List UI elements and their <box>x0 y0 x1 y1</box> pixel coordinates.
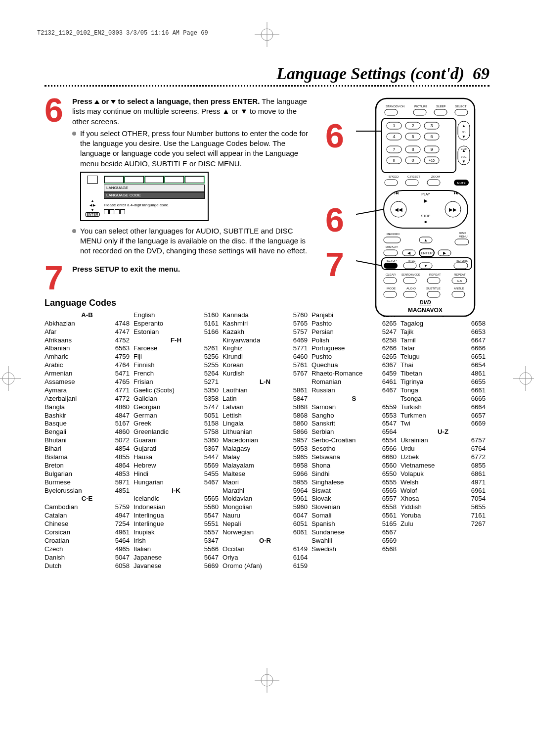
language-code: 5953 <box>291 445 308 453</box>
language-name: Galician <box>134 395 157 403</box>
code-entry: Kirghiz5771 <box>222 344 308 353</box>
language-code: 5760 <box>291 311 308 320</box>
code-entry: Catalan4947 <box>44 512 130 520</box>
language-name: Lithuanian <box>222 428 253 436</box>
osd-language-code-label: LANGUAGE CODE <box>104 192 205 199</box>
code-entry: Bihari4854 <box>44 445 130 453</box>
code-entry: Laothian5861 <box>222 386 308 395</box>
svg-text:+10: +10 <box>429 159 435 162</box>
language-name: Pushto <box>312 353 332 361</box>
language-code: 4965 <box>113 545 130 554</box>
down-arrow-icon <box>111 100 116 104</box>
code-entry: Breton4864 <box>44 462 130 470</box>
language-code: 6550 <box>380 470 397 478</box>
language-name: Tajik <box>400 328 413 336</box>
language-code: 5955 <box>291 478 308 487</box>
language-name: Javanese <box>134 562 161 570</box>
code-entry: Greek5158 <box>134 420 219 428</box>
codes-column: A-BAbkhazian4748Afar4747Afrikaans4752Alb… <box>44 311 134 570</box>
language-code: 5347 <box>202 537 219 545</box>
up-arrow-icon <box>94 100 99 104</box>
code-entry: Korean5761 <box>222 361 308 370</box>
step-6-number: 6 <box>44 96 72 123</box>
language-code: 6558 <box>380 503 397 512</box>
svg-text:STOP: STOP <box>421 214 431 218</box>
step-6-body: Press or to select a language, then pres… <box>72 96 310 257</box>
language-code: 4765 <box>113 378 130 386</box>
svg-text:7: 7 <box>393 147 395 152</box>
language-code: 6664 <box>469 403 486 412</box>
code-entry: Gujarati5367 <box>134 445 219 453</box>
code-entry: Wolof6961 <box>400 487 486 495</box>
language-name: Kirundi <box>222 353 243 361</box>
code-entry: Czech4965 <box>44 545 130 554</box>
language-code: 5471 <box>113 370 130 378</box>
code-entry: Afrikaans4752 <box>44 336 130 345</box>
language-code: 5669 <box>202 562 219 570</box>
code-entry: Estonian5166 <box>134 328 219 336</box>
language-code: 6861 <box>469 470 486 478</box>
language-name: Italian <box>134 545 151 554</box>
language-code: 5271 <box>202 378 219 386</box>
language-name: Cambodian <box>44 503 78 512</box>
code-entry: Somali6561 <box>312 512 397 520</box>
svg-text:0: 0 <box>411 158 414 163</box>
code-entry: Chinese7254 <box>44 520 130 528</box>
language-code: 4752 <box>113 336 130 345</box>
code-entry: Uzbek6772 <box>400 453 486 462</box>
language-name: Azerbaijani <box>44 395 77 403</box>
code-entry: Kurdish5767 <box>222 370 308 378</box>
code-entry: Faroese5261 <box>134 344 219 353</box>
language-code: 5847 <box>291 395 308 403</box>
svg-text:STANDBY-ON: STANDBY-ON <box>386 105 404 108</box>
language-name: Macedonian <box>222 436 258 445</box>
reg-mark-top <box>250 17 284 52</box>
language-name: Russian <box>312 386 335 395</box>
language-code: 6467 <box>380 386 397 395</box>
language-name: Bislama <box>44 453 68 462</box>
language-name: Tonga <box>400 386 418 395</box>
code-entry: Guarani5360 <box>134 436 219 445</box>
svg-text:9: 9 <box>430 147 433 152</box>
code-entry: Hindi5455 <box>134 470 219 478</box>
language-name: Danish <box>44 554 65 562</box>
language-code: 6855 <box>469 462 486 470</box>
language-code: 7267 <box>469 520 486 528</box>
language-code: 7054 <box>469 495 486 503</box>
code-entry: Sesotho6566 <box>312 445 397 453</box>
svg-text:+100: +100 <box>461 147 466 150</box>
language-name: Indonesian <box>134 503 166 512</box>
language-name: Rhaeto-Romance <box>312 370 362 378</box>
svg-text:A-B: A-B <box>457 280 462 283</box>
language-name: Serbian <box>312 428 334 436</box>
code-entry: Frisian5271 <box>134 378 219 386</box>
svg-text:SETUP: SETUP <box>387 259 397 262</box>
code-entry: Galician5358 <box>134 395 219 403</box>
code-entry: Nepali6051 <box>222 520 308 528</box>
language-name: English <box>134 311 155 320</box>
language-code: 5868 <box>291 403 308 412</box>
code-entry: Azerbaijani4772 <box>44 395 130 403</box>
code-entry: Kirundi6460 <box>222 353 308 361</box>
language-codes-table: A-BAbkhazian4748Afar4747Afrikaans4752Alb… <box>44 311 490 570</box>
code-entry: Urdu6764 <box>400 445 486 453</box>
svg-text:▼: ▼ <box>462 159 466 164</box>
code-section-header: L-N <box>222 378 308 386</box>
svg-text:▲: ▲ <box>424 238 428 242</box>
language-name: Faroese <box>134 344 157 353</box>
code-entry: Polish6258 <box>312 336 397 345</box>
language-name: Wolof <box>400 487 417 495</box>
code-entry: Icelandic5565 <box>134 495 219 503</box>
language-code: 5569 <box>202 462 219 470</box>
code-entry: Russian6467 <box>312 386 397 395</box>
code-entry: Malay5965 <box>222 453 308 462</box>
code-entry: Zulu7267 <box>400 520 486 528</box>
language-code: 5860 <box>291 420 308 428</box>
language-code: 6655 <box>469 378 486 386</box>
language-name: Occitan <box>222 545 245 554</box>
language-name: Sesotho <box>312 445 335 453</box>
code-entry: Malayalam5958 <box>222 462 308 470</box>
print-header: T2132_1102_0102_EN2_0303 3/3/05 11:16 AM… <box>37 30 208 37</box>
language-code: 6266 <box>380 344 397 353</box>
language-code: 6654 <box>469 361 486 370</box>
